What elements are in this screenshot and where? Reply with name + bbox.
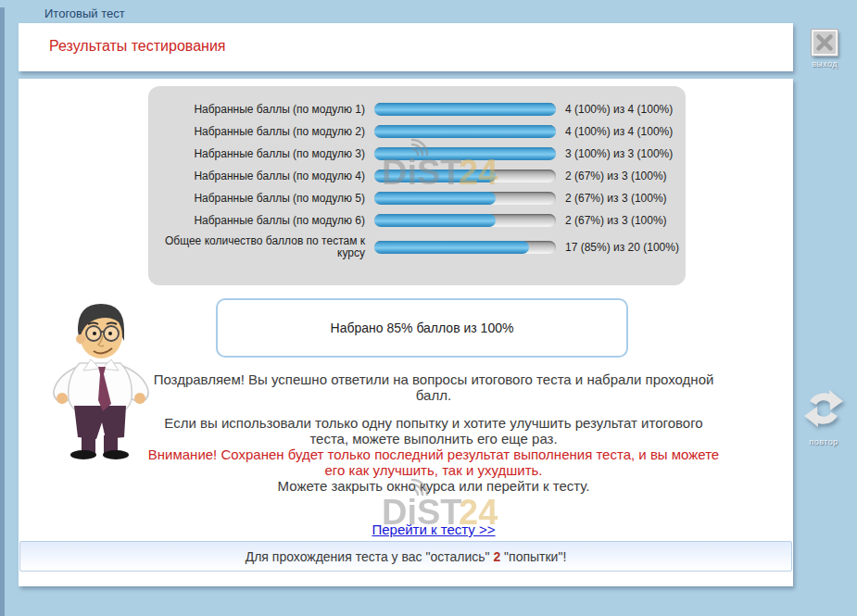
progress-fill [374,125,556,138]
result-row-value: 2 (67%) из 3 (100%) [556,170,667,182]
message-warning: Внимание! Сохранен будет только последни… [146,446,721,478]
progress-fill [374,170,496,182]
result-row-label: Набранные баллы (по модулю 1) [165,104,374,116]
content-panel: Набранные баллы (по модулю 1) 4 (100%) и… [19,79,793,586]
results-rows: Набранные баллы (по модулю 1) 4 (100%) и… [165,98,673,259]
goto-test-link[interactable]: Перейти к тесту >> [372,522,495,537]
score-box: Набрано 85% баллов из 100% [216,298,628,358]
attempts-bar: Для прохождения теста у вас "остались" 2… [19,541,792,572]
left-edge-strip [0,7,5,616]
attempts-text-after: "попытки"! [500,549,566,564]
close-icon [812,30,838,56]
exit-button[interactable]: выход [807,30,842,69]
progress-fill [374,214,496,227]
header: Результаты тестирования [19,23,793,71]
result-row-label: Набранные баллы (по модулю 6) [165,215,374,227]
message-congrats: Поздравляем! Вы успешно ответили на вопр… [146,371,721,403]
score-box-text: Набрано 85% баллов из 100% [331,321,514,335]
result-row-value: 4 (100%) из 4 (100%) [556,125,673,138]
result-row-value: 3 (100%) из 3 (100%) [556,147,673,160]
result-message: Поздравляем! Вы успешно ответили на вопр… [146,371,721,537]
result-row: Набранные баллы (по модулю 2) 4 (100%) и… [165,120,673,143]
result-row-label: Общее количество баллов по тестам к курс… [165,235,374,259]
repeat-button[interactable]: повтор [798,387,850,446]
results-panel: Набранные баллы (по модулю 1) 4 (100%) и… [148,86,686,285]
result-row: Набранные баллы (по модулю 6) 2 (67%) из… [165,209,673,232]
result-row-label: Набранные баллы (по модулю 2) [165,126,374,138]
result-row-label: Набранные баллы (по модулю 3) [165,148,374,160]
window-title: Итоговый тест [44,6,125,20]
result-row: Набранные баллы (по модулю 3) 3 (100%) и… [165,143,673,165]
progress-bar [374,125,556,138]
progress-fill [374,241,529,254]
result-row-label: Набранные баллы (по модулю 5) [165,193,374,205]
exit-button-label: выход [807,59,842,69]
message-retry-info: Если вы использовали только одну попытку… [146,415,721,446]
progress-fill [374,147,556,160]
progress-bar [374,214,556,227]
result-row-value: 17 (85%) из 20 (100%) [556,241,679,254]
result-row: Набранные баллы (по модулю 1) 4 (100%) и… [165,98,673,120]
progress-bar [374,192,556,205]
result-row: Набранные баллы (по модулю 4) 2 (67%) из… [165,165,673,187]
progress-bar [374,147,556,160]
result-row: Общее количество баллов по тестам к курс… [165,235,673,259]
message-close-info: Можете закрыть окно курса или перейти к … [146,478,721,494]
progress-bar [374,241,556,254]
teacher-character-illustration [44,298,156,463]
progress-bar [374,103,556,116]
result-row-value: 4 (100%) из 4 (100%) [556,103,673,116]
progress-fill [374,192,496,205]
result-row-value: 2 (67%) из 3 (100%) [556,214,667,227]
result-row: Набранные баллы (по модулю 5) 2 (67%) из… [165,187,673,209]
result-row-value: 2 (67%) из 3 (100%) [556,192,667,205]
attempts-text-before: Для прохождения теста у вас "остались" [246,549,494,564]
repeat-icon [802,387,845,430]
attempts-count: 2 [493,549,500,564]
progress-fill [374,103,556,116]
page-title: Результаты тестирования [49,38,225,55]
result-row-label: Набранные баллы (по модулю 4) [165,170,374,182]
progress-bar [374,170,556,182]
repeat-button-label: повтор [798,437,850,446]
